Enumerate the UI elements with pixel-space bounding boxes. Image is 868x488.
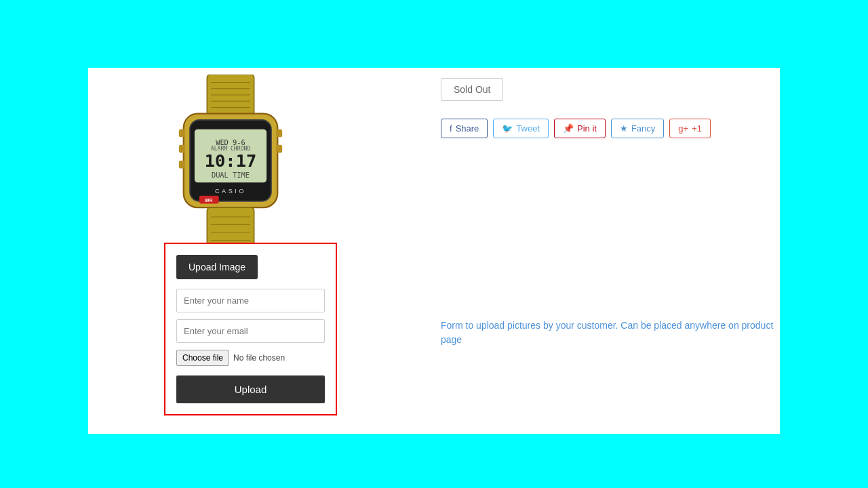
share-label: Share — [456, 123, 479, 134]
gplus-icon: g+ — [678, 123, 688, 134]
file-input-row: Choose file No file chosen — [176, 350, 325, 366]
fancy-label: Fancy — [631, 123, 655, 134]
upload-image-title-button[interactable]: Upoad Image — [176, 255, 258, 279]
white-content-area: WED 9-6 ALARM CHRONO 10:17 DUAL TIME CAS… — [88, 68, 780, 434]
share-facebook-button[interactable]: f Share — [441, 119, 488, 138]
svg-rect-15 — [179, 145, 185, 153]
choose-file-button[interactable]: Choose file — [176, 350, 229, 366]
description-text: Form to upload pictures by your customer… — [441, 319, 780, 347]
share-pinterest-button[interactable]: 📌 Pin it — [554, 119, 606, 138]
share-fancy-button[interactable]: ★ Fancy — [611, 119, 664, 138]
svg-rect-17 — [276, 129, 282, 138]
page-container: WED 9-6 ALARM CHRONO 10:17 DUAL TIME CAS… — [0, 0, 868, 488]
pin-label: Pin it — [577, 123, 597, 134]
sold-out-button: Sold Out — [441, 78, 503, 101]
svg-text:WR: WR — [205, 198, 213, 203]
svg-rect-18 — [276, 145, 282, 153]
email-input[interactable] — [176, 319, 325, 343]
svg-rect-0 — [207, 75, 254, 117]
upload-button[interactable]: Upload — [176, 375, 325, 403]
fancy-icon: ★ — [620, 123, 628, 134]
sold-out-area: Sold Out — [441, 78, 503, 101]
svg-text:10:17: 10:17 — [205, 150, 256, 171]
no-file-text: No file chosen — [233, 353, 285, 363]
gplus-label: +1 — [692, 123, 702, 134]
share-gplus-button[interactable]: g+ +1 — [669, 119, 711, 138]
svg-text:DUAL TIME: DUAL TIME — [212, 171, 250, 179]
upload-panel: Upoad Image Choose file No file chosen U… — [164, 243, 337, 415]
pinterest-icon: 📌 — [563, 123, 574, 134]
svg-rect-14 — [179, 129, 185, 138]
svg-rect-16 — [179, 161, 185, 169]
tweet-label: Tweet — [516, 123, 540, 134]
twitter-icon: 🐦 — [502, 123, 513, 134]
svg-text:CASIO: CASIO — [215, 188, 246, 195]
social-share-area: f Share 🐦 Tweet 📌 Pin it ★ Fancy g+ +1 — [441, 119, 711, 138]
facebook-icon: f — [450, 123, 452, 134]
name-input[interactable] — [176, 289, 325, 312]
share-twitter-button[interactable]: 🐦 Tweet — [493, 119, 549, 138]
